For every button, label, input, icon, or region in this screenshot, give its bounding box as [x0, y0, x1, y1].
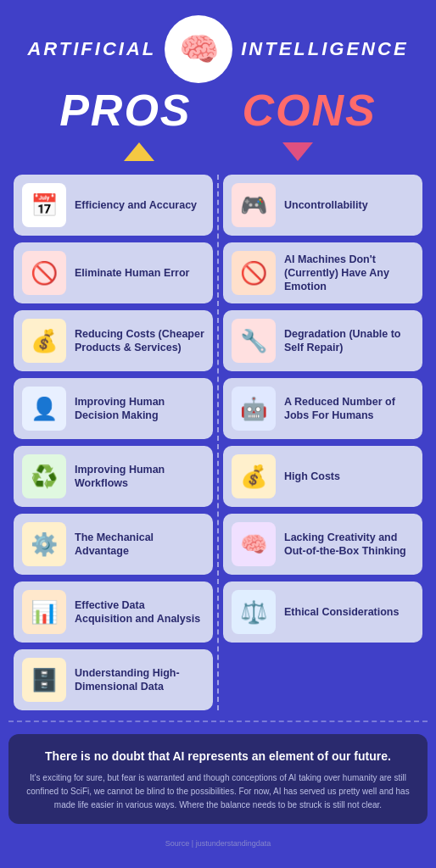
uncontrollability-text: Uncontrollability: [284, 198, 368, 212]
pros-label: PROS: [59, 85, 191, 136]
cons-label: CONS: [243, 85, 377, 136]
pros-item-decision: 👤 Improving Human Decision Making: [14, 378, 213, 439]
human-error-icon: 🚫: [22, 251, 66, 295]
header-top-row: ARTIFICIAL 🧠 INTELLIGENCE: [8, 15, 428, 83]
mechanical-text: The Mechanical Advantage: [75, 531, 204, 559]
ethical-icon: ⚖️: [232, 590, 276, 634]
costs-text: Reducing Costs (Cheaper Products & Servi…: [75, 327, 204, 355]
decision-icon: 👤: [22, 387, 66, 431]
decision-text: Improving Human Decision Making: [75, 395, 204, 423]
cons-item-emotion: 🚫 AI Machines Don't (Currently) Have Any…: [223, 242, 422, 303]
content-area: 📅 Efficiency and Accuracy 🚫 Eliminate Hu…: [0, 175, 436, 710]
pros-item-human-error: 🚫 Eliminate Human Error: [14, 242, 213, 303]
pros-item-acquisition: 📊 Effective Data Acquisition and Analysi…: [14, 581, 213, 643]
cons-item-creativity: 🧠 Lacking Creativity and Out-of-the-Box …: [223, 514, 422, 575]
center-divider: [217, 175, 219, 710]
uncontrollability-icon: 🎮: [232, 183, 276, 227]
cons-item-degradation: 🔧 Degradation (Unable to Self Repair): [223, 310, 422, 371]
footer-body: It's exciting for sure, but fear is warr…: [25, 771, 411, 812]
pros-column: 📅 Efficiency and Accuracy 🚫 Eliminate Hu…: [8, 175, 218, 710]
degradation-text: Degradation (Unable to Self Repair): [284, 327, 414, 355]
mechanical-icon: ⚙️: [22, 522, 66, 566]
cons-column: 🎮 Uncontrollability 🚫 AI Machines Don't …: [218, 175, 428, 710]
workflows-icon: ♻️: [22, 454, 66, 498]
pros-item-costs: 💰 Reducing Costs (Cheaper Products & Ser…: [14, 310, 213, 371]
pros-arrow-up: [124, 142, 154, 161]
creativity-icon: 🧠: [232, 522, 276, 566]
pros-item-dimensional: 🗄️ Understanding High-Dimensional Data: [14, 649, 213, 710]
efficiency-text: Efficiency and Accuracy: [75, 198, 197, 212]
artificial-label: ARTIFICIAL: [27, 38, 156, 60]
footer-section: There is no doubt that AI represents an …: [8, 734, 428, 824]
dimensional-icon: 🗄️: [22, 658, 66, 702]
acquisition-icon: 📊: [22, 590, 66, 634]
separator: [8, 721, 428, 722]
intelligence-label: INTELLIGENCE: [241, 38, 408, 60]
cons-item-highcosts: 💰 High Costs: [223, 446, 422, 507]
highcosts-icon: 💰: [232, 454, 276, 498]
footer-title: There is no doubt that AI represents an …: [25, 749, 411, 763]
arrows-row: [8, 136, 428, 168]
workflows-text: Improving Human Workflows: [75, 463, 204, 491]
jobs-text: A Reduced Number of Jobs For Humans: [284, 395, 414, 423]
pros-item-efficiency: 📅 Efficiency and Accuracy: [14, 175, 213, 236]
pros-item-mechanical: ⚙️ The Mechanical Advantage: [14, 514, 213, 575]
cons-item-jobs: 🤖 A Reduced Number of Jobs For Humans: [223, 378, 422, 439]
acquisition-text: Effective Data Acquisition and Analysis: [75, 598, 204, 626]
header-section: ARTIFICIAL 🧠 INTELLIGENCE PROS CONS: [0, 0, 436, 175]
cons-item-uncontrollability: 🎮 Uncontrollability: [223, 175, 422, 236]
pros-cons-row: PROS CONS: [8, 85, 428, 136]
brain-icon: 🧠: [165, 15, 232, 83]
footer-source: Source | justunderstandingdata: [0, 832, 436, 858]
highcosts-text: High Costs: [284, 470, 340, 483]
degradation-icon: 🔧: [232, 319, 276, 363]
human-error-text: Eliminate Human Error: [75, 266, 189, 280]
cons-item-ethical: ⚖️ Ethical Considerations: [223, 581, 422, 643]
jobs-icon: 🤖: [232, 387, 276, 431]
dimensional-text: Understanding High-Dimensional Data: [75, 666, 204, 694]
creativity-text: Lacking Creativity and Out-of-the-Box Th…: [284, 531, 414, 559]
costs-icon: 💰: [22, 319, 66, 363]
emotion-icon: 🚫: [232, 251, 276, 295]
ethical-text: Ethical Considerations: [284, 605, 399, 619]
efficiency-icon: 📅: [22, 183, 66, 227]
emotion-text: AI Machines Don't (Currently) Have Any E…: [284, 253, 414, 294]
pros-item-workflows: ♻️ Improving Human Workflows: [14, 446, 213, 507]
cons-arrow-down: [282, 142, 313, 161]
